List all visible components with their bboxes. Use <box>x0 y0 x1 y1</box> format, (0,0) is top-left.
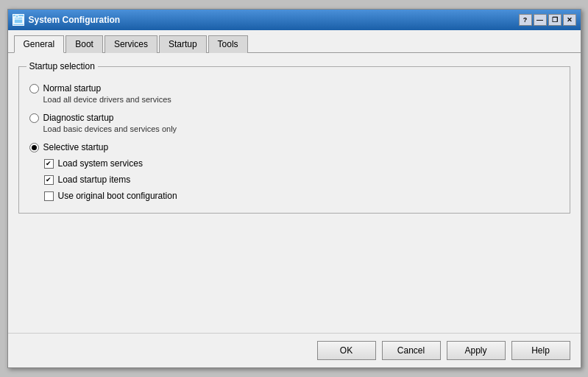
diagnostic-startup-desc: Load basic devices and services only <box>43 124 559 133</box>
use-original-boot-row[interactable]: Use original boot configuration <box>44 191 559 201</box>
selective-startup-radio[interactable] <box>29 143 39 152</box>
tabs-bar: General Boot Services Startup Tools <box>8 30 581 53</box>
load-system-services-row[interactable]: Load system services <box>44 158 559 169</box>
tab-startup[interactable]: Startup <box>159 35 207 53</box>
minimize-button[interactable]: — <box>534 14 547 26</box>
tab-boot[interactable]: Boot <box>65 35 103 53</box>
ok-button[interactable]: OK <box>317 341 376 360</box>
help-button[interactable]: Help <box>511 341 570 360</box>
title-bar: System Configuration ? — ❐ ✕ <box>8 10 581 30</box>
selective-startup-label: Selective startup <box>43 142 109 152</box>
cancel-button[interactable]: Cancel <box>382 341 441 360</box>
selective-options: Load system services Load startup items … <box>44 158 559 201</box>
svg-rect-1 <box>15 15 18 18</box>
tab-tools[interactable]: Tools <box>208 35 248 53</box>
load-startup-items-checkbox[interactable] <box>44 175 54 185</box>
tab-general[interactable]: General <box>14 35 65 53</box>
diagnostic-startup-label: Diagnostic startup <box>43 113 114 123</box>
restore-button[interactable]: ❐ <box>548 14 562 26</box>
footer: OK Cancel Apply Help <box>8 333 581 367</box>
load-startup-items-row[interactable]: Load startup items <box>44 175 559 185</box>
selective-startup-radio-row[interactable]: Selective startup <box>29 142 559 152</box>
title-bar-controls: ? — ❐ ✕ <box>519 14 576 26</box>
apply-button[interactable]: Apply <box>447 341 506 360</box>
window-icon <box>13 14 24 26</box>
diagnostic-startup-radio[interactable] <box>29 113 39 123</box>
normal-startup-radio-row[interactable]: Normal startup <box>29 83 559 94</box>
use-original-boot-label: Use original boot configuration <box>58 191 177 201</box>
load-startup-items-label: Load startup items <box>58 175 131 185</box>
startup-selection-group: Startup selection Normal startup Load al… <box>18 66 570 214</box>
tab-services[interactable]: Services <box>105 35 157 53</box>
normal-startup-radio[interactable] <box>29 84 39 94</box>
group-box-label: Startup selection <box>26 61 98 71</box>
content-area: Startup selection Normal startup Load al… <box>8 53 581 333</box>
title-bar-left: System Configuration <box>13 14 121 26</box>
normal-startup-desc: Load all device drivers and services <box>43 95 559 104</box>
system-configuration-window: System Configuration ? — ❐ ✕ General Boo… <box>7 9 581 368</box>
load-system-services-checkbox[interactable] <box>44 159 54 169</box>
use-original-boot-checkbox[interactable] <box>44 191 54 201</box>
close-button[interactable]: ✕ <box>563 14 576 26</box>
diagnostic-startup-radio-row[interactable]: Diagnostic startup <box>29 113 559 123</box>
window-title: System Configuration <box>29 15 121 25</box>
help-title-button[interactable]: ? <box>519 14 532 26</box>
normal-startup-label: Normal startup <box>43 83 102 94</box>
load-system-services-label: Load system services <box>58 158 143 169</box>
